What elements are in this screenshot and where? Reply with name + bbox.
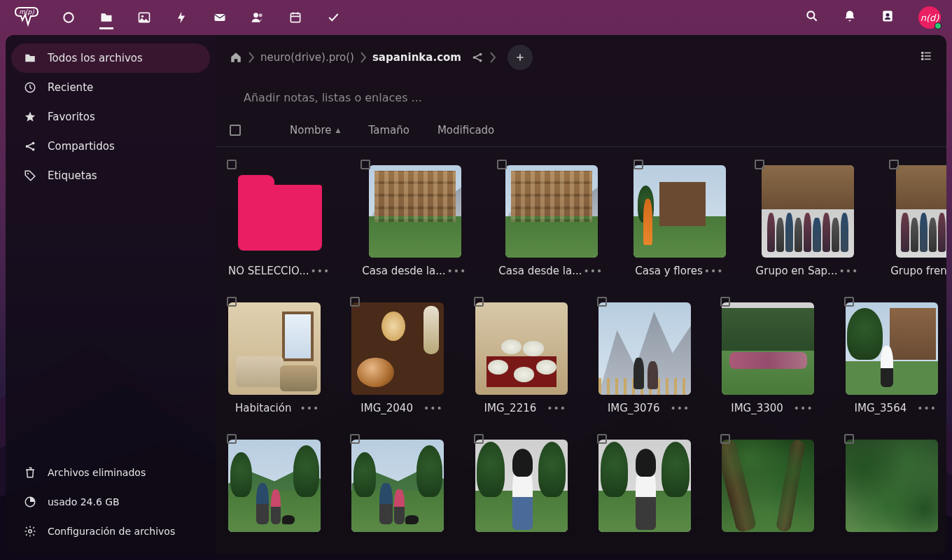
more-icon[interactable]: •••	[916, 402, 938, 414]
sidebar-item-pie[interactable]: usado 24.6 GB	[11, 487, 210, 517]
file-checkbox[interactable]	[350, 297, 360, 307]
pie-icon	[24, 496, 36, 508]
more-icon[interactable]: •••	[792, 402, 815, 414]
file-cell[interactable]	[597, 434, 692, 539]
file-checkbox[interactable]	[597, 434, 607, 444]
file-thumbnail[interactable]	[846, 302, 938, 395]
more-icon[interactable]: •••	[669, 402, 692, 414]
file-cell[interactable]	[844, 434, 939, 539]
activity-icon[interactable]	[175, 10, 189, 24]
file-cell[interactable]: NO SELECCIO...•••	[227, 160, 332, 277]
sidebar-item-folder[interactable]: Todos los archivos	[11, 43, 210, 73]
sidebar-item-label: usado 24.6 GB	[48, 496, 120, 507]
view-toggle-button[interactable]	[920, 50, 932, 65]
select-all-checkbox[interactable]	[230, 125, 241, 136]
file-checkbox[interactable]	[474, 297, 484, 307]
file-cell[interactable]: IMG_2216•••	[474, 297, 569, 414]
file-checkbox[interactable]	[350, 434, 360, 444]
file-thumbnail[interactable]	[475, 440, 568, 532]
file-cell[interactable]: IMG_3300•••	[720, 297, 816, 414]
file-checkbox[interactable]	[227, 160, 237, 169]
file-cell[interactable]: Casa y flores•••	[634, 160, 726, 277]
file-thumbnail[interactable]	[475, 302, 568, 395]
col-size[interactable]: Tamaño	[369, 124, 410, 136]
add-button[interactable]	[507, 45, 533, 70]
sidebar-item-star[interactable]: Favoritos	[11, 102, 210, 132]
sidebar-item-clock[interactable]: Reciente	[11, 73, 210, 102]
crumb-root[interactable]: neuro(drive).pro()	[260, 51, 354, 64]
file-checkbox[interactable]	[227, 434, 237, 444]
user-avatar[interactable]: n(d)	[918, 6, 941, 29]
notifications-icon[interactable]	[843, 9, 857, 26]
file-cell[interactable]: Casa desde la...•••	[497, 160, 606, 277]
share-icon[interactable]	[471, 51, 484, 64]
file-checkbox[interactable]	[227, 297, 237, 307]
sidebar-item-tag[interactable]: Etiquetas	[11, 161, 210, 190]
file-cell[interactable]: Grupo frente ...•••	[889, 160, 946, 277]
file-checkbox[interactable]	[720, 297, 730, 307]
more-icon[interactable]: •••	[309, 265, 332, 276]
file-cell[interactable]: Casa desde la...•••	[360, 160, 469, 277]
more-icon[interactable]: •••	[445, 265, 468, 276]
calendar-icon[interactable]	[288, 10, 302, 24]
file-cell[interactable]: Habitación•••	[227, 297, 322, 414]
file-thumbnail[interactable]	[846, 440, 938, 532]
file-cell[interactable]	[350, 434, 445, 539]
col-modified[interactable]: Modificado	[438, 124, 494, 136]
file-cell[interactable]	[474, 434, 569, 539]
file-cell[interactable]: IMG_3076•••	[597, 297, 692, 414]
sidebar-item-gear[interactable]: Configuración de archivos	[11, 517, 210, 546]
file-checkbox[interactable]	[360, 160, 370, 169]
more-icon[interactable]: •••	[837, 265, 860, 276]
more-icon[interactable]: •••	[703, 265, 725, 276]
search-icon[interactable]	[805, 9, 819, 26]
file-thumbnail[interactable]	[228, 440, 321, 532]
file-checkbox[interactable]	[634, 160, 643, 169]
tasks-icon[interactable]	[326, 10, 340, 24]
home-icon[interactable]	[230, 51, 242, 64]
contacts-menu-icon[interactable]	[881, 9, 895, 26]
file-thumbnail[interactable]	[234, 165, 326, 258]
file-checkbox[interactable]	[474, 434, 484, 444]
file-thumbnail[interactable]	[722, 302, 814, 395]
file-thumbnail[interactable]	[228, 302, 321, 395]
file-checkbox[interactable]	[889, 160, 899, 169]
file-cell[interactable]	[720, 434, 816, 539]
more-icon[interactable]: •••	[299, 402, 321, 414]
file-cell[interactable]: IMG_3564•••	[844, 297, 939, 414]
sidebar-item-trash[interactable]: Archivos eliminados	[11, 458, 210, 487]
contacts-icon[interactable]	[251, 10, 265, 24]
mail-icon[interactable]	[213, 10, 227, 24]
file-checkbox[interactable]	[755, 160, 764, 169]
more-icon[interactable]: •••	[545, 402, 568, 414]
more-icon[interactable]: •••	[422, 402, 444, 414]
file-thumbnail[interactable]	[369, 165, 461, 258]
sidebar-item-share[interactable]: Compartidos	[11, 132, 210, 161]
file-thumbnail[interactable]	[351, 302, 444, 395]
file-checkbox[interactable]	[844, 297, 854, 307]
file-thumbnail[interactable]	[505, 165, 598, 258]
file-checkbox[interactable]	[597, 297, 607, 307]
file-checkbox[interactable]	[720, 434, 730, 444]
col-name[interactable]: Nombre▲	[290, 124, 341, 136]
photos-icon[interactable]	[137, 10, 151, 24]
file-thumbnail[interactable]	[634, 165, 726, 258]
notes-input[interactable]: Añadir notas, listas o enlaces ...	[216, 74, 946, 118]
brand-logo[interactable]: m(p)	[11, 5, 42, 30]
file-thumbnail[interactable]	[598, 302, 691, 395]
file-label: Habitación	[228, 402, 299, 414]
file-cell[interactable]: Grupo en Sap...•••	[755, 160, 862, 277]
file-thumbnail[interactable]	[762, 165, 854, 258]
files-icon[interactable]	[99, 15, 113, 29]
file-thumbnail[interactable]	[598, 440, 691, 532]
file-thumbnail[interactable]	[896, 165, 947, 258]
file-checkbox[interactable]	[497, 160, 507, 169]
crumb-current[interactable]: sapaninka.com	[372, 51, 461, 64]
file-thumbnail[interactable]	[722, 440, 814, 532]
dashboard-icon[interactable]	[62, 10, 76, 24]
file-thumbnail[interactable]	[351, 440, 444, 532]
more-icon[interactable]: •••	[582, 265, 604, 276]
file-cell[interactable]: IMG_2040•••	[350, 297, 445, 414]
file-cell[interactable]	[227, 434, 322, 539]
file-checkbox[interactable]	[844, 434, 854, 444]
